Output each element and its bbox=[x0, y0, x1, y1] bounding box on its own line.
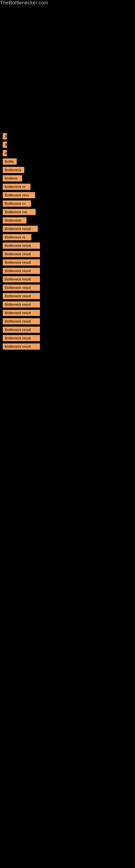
bottleneck-item-12: Bottleneck result bbox=[3, 226, 38, 232]
bottleneck-item-5: Bottleneck bbox=[3, 167, 24, 173]
bottleneck-item-19: Bottleneck result bbox=[3, 284, 40, 291]
bottleneck-item-18: Bottleneck result bbox=[3, 276, 40, 282]
bottleneck-item-23: Bottleneck result bbox=[3, 318, 40, 324]
bottleneck-item-22: Bottleneck result bbox=[3, 310, 40, 316]
bottleneck-item-9: Bottleneck re bbox=[3, 200, 31, 207]
bottleneck-item-17: Bottleneck result bbox=[3, 268, 40, 274]
bottleneck-item-13: Bottleneck re bbox=[3, 234, 31, 240]
bottleneck-item-8: Bottleneck resu bbox=[3, 192, 35, 198]
bottleneck-item-7: Bottleneck re bbox=[3, 184, 31, 190]
bottleneck-item-21: Bottleneck result bbox=[3, 301, 40, 308]
bottleneck-item-25: Bottleneck result bbox=[3, 335, 40, 341]
site-title: TheBottlenecker.com bbox=[0, 0, 48, 8]
site-title-bar: TheBottlenecker.com bbox=[0, 0, 135, 6]
bottleneck-item-15: Bottleneck result bbox=[3, 251, 40, 257]
bottleneck-item-3: B bbox=[3, 150, 7, 156]
bottleneck-item-1: B bbox=[3, 133, 7, 140]
bottleneck-item-16: Bottleneck result bbox=[3, 259, 40, 266]
bottleneck-item-14: Bottleneck result bbox=[3, 243, 40, 249]
bottleneck-item-10: Bottleneck res bbox=[3, 209, 36, 215]
bottleneck-item-2: B bbox=[3, 142, 7, 148]
bottleneck-item-4: Bottle bbox=[3, 158, 17, 165]
bottleneck-item-20: Bottleneck result bbox=[3, 293, 40, 299]
bottleneck-item-26: Bottleneck result bbox=[3, 343, 40, 350]
bottleneck-item-6: Bottlene bbox=[3, 175, 22, 182]
bottleneck-item-24: Bottleneck result bbox=[3, 327, 40, 333]
bottleneck-list: BBBBottleBottleneckBottleneBottleneck re… bbox=[0, 6, 135, 354]
bottleneck-item-11: Bottleneck bbox=[3, 217, 27, 223]
